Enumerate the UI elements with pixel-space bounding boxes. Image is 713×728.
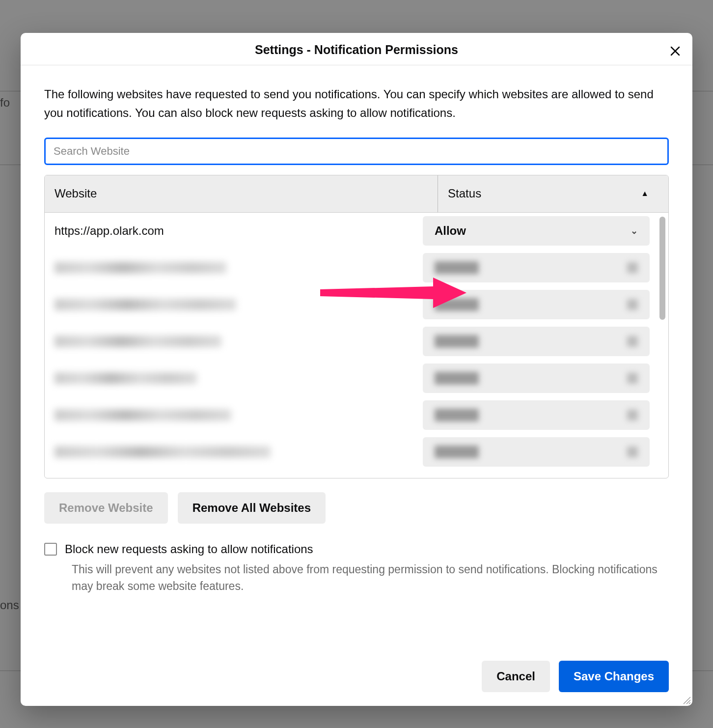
bg-text-fragment: fo	[0, 96, 10, 110]
website-url-blurred	[53, 262, 423, 274]
table-row[interactable]	[45, 250, 658, 286]
dialog-footer: Cancel Save Changes	[21, 661, 692, 706]
table-row[interactable]	[45, 323, 658, 360]
column-header-status-label: Status	[448, 187, 481, 200]
table-row[interactable]	[45, 397, 658, 434]
table-body: https://app.olark.com Allow ⌄	[45, 213, 658, 478]
status-select[interactable]	[423, 327, 650, 356]
status-select[interactable]	[423, 437, 650, 467]
column-header-website[interactable]: Website	[45, 175, 438, 212]
svg-line-4	[689, 702, 690, 704]
cancel-button[interactable]: Cancel	[482, 661, 550, 692]
block-requests-label: Block new requests asking to allow notif…	[65, 542, 313, 556]
status-select[interactable]	[423, 400, 650, 430]
table-header: Website Status ▲	[45, 175, 668, 213]
dialog-body: The following websites have requested to…	[21, 65, 692, 661]
save-changes-button[interactable]: Save Changes	[559, 661, 669, 692]
website-url-blurred	[53, 336, 423, 347]
svg-line-2	[684, 697, 690, 704]
status-select[interactable]: Allow ⌄	[423, 216, 650, 246]
search-input[interactable]	[44, 138, 669, 165]
table-actions: Remove Website Remove All Websites	[44, 492, 669, 524]
status-select[interactable]	[423, 290, 650, 319]
dialog-header: Settings - Notification Permissions	[21, 33, 692, 65]
status-value: Allow	[435, 224, 466, 238]
status-select[interactable]	[423, 364, 650, 393]
table-row[interactable]	[45, 286, 658, 323]
table-row[interactable]	[45, 434, 658, 471]
column-header-status[interactable]: Status ▲	[438, 175, 668, 212]
chevron-down-icon: ⌄	[631, 225, 638, 236]
sort-ascending-icon: ▲	[641, 189, 649, 198]
website-url: https://app.olark.com	[53, 224, 423, 238]
dialog-description: The following websites have requested to…	[44, 85, 669, 123]
scrollbar[interactable]	[659, 217, 665, 320]
website-url-blurred	[53, 372, 423, 384]
block-requests-row: Block new requests asking to allow notif…	[44, 542, 669, 556]
dialog-title: Settings - Notification Permissions	[34, 43, 679, 57]
permissions-table: Website Status ▲ https://app.olark.com A…	[44, 175, 669, 478]
bg-text-fragment: ons	[0, 598, 19, 612]
block-requests-checkbox[interactable]	[44, 543, 57, 556]
table-row[interactable]: https://app.olark.com Allow ⌄	[45, 213, 658, 250]
settings-dialog: Settings - Notification Permissions The …	[21, 33, 692, 706]
block-requests-help: This will prevent any websites not liste…	[72, 561, 669, 595]
close-icon	[669, 45, 681, 57]
remove-website-button[interactable]: Remove Website	[44, 492, 168, 524]
remove-all-websites-button[interactable]: Remove All Websites	[178, 492, 326, 524]
website-url-blurred	[53, 446, 423, 458]
resize-handle-icon[interactable]	[682, 695, 691, 705]
website-url-blurred	[53, 299, 423, 310]
close-button[interactable]	[668, 44, 683, 58]
table-row[interactable]	[45, 360, 658, 397]
status-select[interactable]	[423, 253, 650, 282]
website-url-blurred	[53, 409, 423, 421]
